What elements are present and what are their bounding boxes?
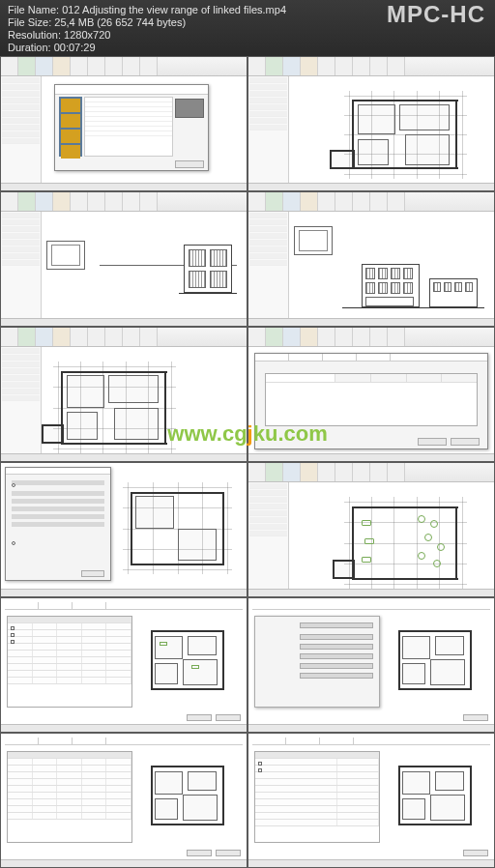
mini-plan: [46, 241, 85, 270]
thumb-6[interactable]: [248, 327, 495, 462]
resolution-label: Resolution:: [8, 29, 61, 41]
visibility-graphics-dialog[interactable]: [254, 353, 488, 449]
visibility-checkbox[interactable]: [11, 640, 15, 644]
ok-button[interactable]: [216, 850, 241, 856]
mpc-header: MPC-HC File Name: 012 Adjusting the view…: [0, 0, 495, 56]
visibility-graphics-dialog[interactable]: [5, 467, 111, 581]
visibility-checkbox[interactable]: [11, 633, 15, 637]
ok-button[interactable]: [216, 714, 241, 721]
thumb-4[interactable]: [248, 191, 495, 327]
open-button[interactable]: [175, 160, 204, 168]
preview-image: [175, 99, 204, 118]
cancel-button[interactable]: [187, 850, 212, 856]
cancel-button[interactable]: [187, 714, 212, 721]
ok-button[interactable]: [81, 570, 104, 577]
cancel-button[interactable]: [418, 438, 447, 446]
floor-plan-detail: [141, 758, 233, 835]
thumbnail-grid: [0, 56, 495, 868]
visibility-checkbox[interactable]: [258, 762, 262, 766]
radio-option[interactable]: [12, 483, 15, 487]
duration-value: 00:07:29: [54, 42, 96, 53]
building-elevation: [342, 250, 484, 308]
thumb-7[interactable]: [0, 462, 248, 597]
floor-plan-detail: [141, 622, 233, 700]
duration-label: Duration:: [8, 42, 51, 53]
status-bar: [1, 183, 247, 190]
ok-button[interactable]: [451, 438, 480, 446]
floor-plan-detail: [389, 622, 480, 700]
floor-plan-detail: [389, 758, 480, 835]
filter-settings[interactable]: [254, 616, 380, 708]
mini-plan: [294, 226, 333, 255]
floor-plan: [51, 362, 177, 453]
ok-button[interactable]: [463, 850, 488, 856]
thumb-10[interactable]: [248, 597, 495, 733]
thumb-2[interactable]: [248, 56, 495, 191]
ribbon: [1, 57, 247, 76]
resolution-value: 1280x720: [64, 29, 110, 41]
radio-option[interactable]: [12, 541, 15, 545]
thumb-3[interactable]: [0, 191, 248, 327]
visibility-checkbox[interactable]: [258, 768, 262, 772]
file-open-dialog[interactable]: [54, 84, 209, 171]
filesize-value: 25,4 MB (26 652 744 bytes): [54, 16, 186, 28]
override-table[interactable]: [7, 751, 132, 843]
filename-label: File Name:: [8, 4, 59, 15]
thumb-12[interactable]: [248, 733, 495, 868]
filename-value: 012 Adjusting the view range of linked f…: [62, 4, 286, 15]
floor-plan: [342, 91, 468, 178]
properties-panel: [1, 76, 42, 183]
visibility-checkbox[interactable]: [11, 626, 15, 630]
ok-button[interactable]: [463, 714, 488, 721]
thumb-11[interactable]: [0, 733, 248, 868]
category-list[interactable]: [254, 751, 380, 843]
floor-plan-furnished: [342, 497, 468, 589]
floor-plan: [122, 482, 233, 574]
thumb-5[interactable]: [0, 327, 248, 462]
thumb-8[interactable]: [248, 462, 495, 597]
thumb-1[interactable]: [0, 56, 248, 191]
filesize-label: File Size:: [8, 16, 51, 28]
elevation-sketch: [179, 236, 237, 294]
thumb-9[interactable]: [0, 597, 248, 733]
player-brand: MPC-HC: [387, 8, 485, 20]
category-table[interactable]: [7, 616, 132, 708]
